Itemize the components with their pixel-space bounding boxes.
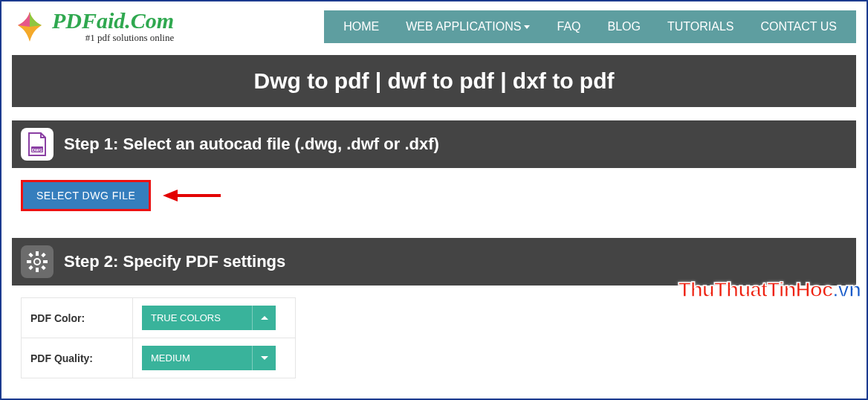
step2-heading: Step 2: Specify PDF settings: [64, 252, 285, 271]
page-title: Dwg to pdf | dwf to pdf | dxf to pdf: [12, 55, 856, 107]
nav-contact[interactable]: CONTACT US: [747, 10, 850, 43]
pdf-quality-dropdown[interactable]: MEDIUM: [142, 346, 276, 370]
svg-rect-11: [41, 253, 45, 257]
svg-rect-10: [41, 265, 45, 270]
svg-marker-3: [163, 190, 178, 201]
nav-webapps[interactable]: WEB APPLICATIONS: [392, 10, 543, 43]
annotation-arrow-icon: [163, 187, 222, 204]
nav-faq[interactable]: FAQ: [543, 10, 594, 43]
svg-rect-9: [28, 253, 33, 257]
pdf-color-label: PDF Color:: [22, 298, 133, 338]
dwg-file-icon: DWG: [21, 128, 54, 161]
nav-blog[interactable]: BLOG: [595, 10, 654, 43]
nav-home[interactable]: HOME: [330, 10, 392, 43]
gear-icon: [21, 245, 54, 278]
step1-heading: Step 1: Select an autocad file (.dwg, .d…: [64, 135, 439, 154]
step2-panel: Step 2: Specify PDF settings PDF Color: …: [12, 238, 856, 392]
svg-rect-5: [36, 251, 39, 256]
chevron-down-icon: [252, 346, 276, 370]
pdf-color-dropdown[interactable]: TRUE COLORS: [142, 306, 276, 330]
brand-tagline: #1 pdf solutions online: [52, 32, 174, 44]
leaf-icon: [12, 9, 48, 45]
step1-panel: DWG Step 1: Select an autocad file (.dwg…: [12, 120, 856, 225]
svg-rect-7: [27, 260, 31, 263]
svg-point-13: [35, 259, 39, 264]
settings-table: PDF Color: TRUE COLORS PDF Quality: MEDI…: [21, 297, 296, 378]
svg-rect-12: [28, 265, 33, 270]
svg-rect-6: [36, 268, 39, 272]
brand-name: PDFaid.Com: [52, 10, 174, 32]
svg-text:DWG: DWG: [32, 148, 43, 152]
nav-tutorials[interactable]: TUTORIALS: [654, 10, 748, 43]
select-dwg-button[interactable]: SELECT DWG FILE: [21, 180, 151, 211]
main-nav: HOME WEB APPLICATIONS FAQ BLOG TUTORIALS…: [324, 10, 856, 43]
svg-rect-8: [43, 260, 48, 263]
table-row: PDF Quality: MEDIUM: [22, 338, 296, 378]
chevron-down-icon: [524, 25, 530, 29]
table-row: PDF Color: TRUE COLORS: [22, 298, 296, 338]
pdf-quality-label: PDF Quality:: [22, 338, 133, 378]
chevron-up-icon: [252, 306, 276, 330]
site-logo[interactable]: PDFaid.Com #1 pdf solutions online: [12, 9, 235, 45]
